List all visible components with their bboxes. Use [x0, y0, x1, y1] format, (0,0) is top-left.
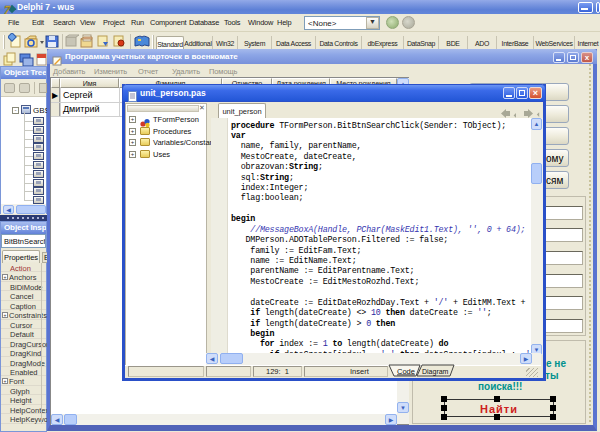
svg-text:Code: Code — [397, 367, 415, 376]
svg-text:Diagram: Diagram — [422, 368, 449, 376]
